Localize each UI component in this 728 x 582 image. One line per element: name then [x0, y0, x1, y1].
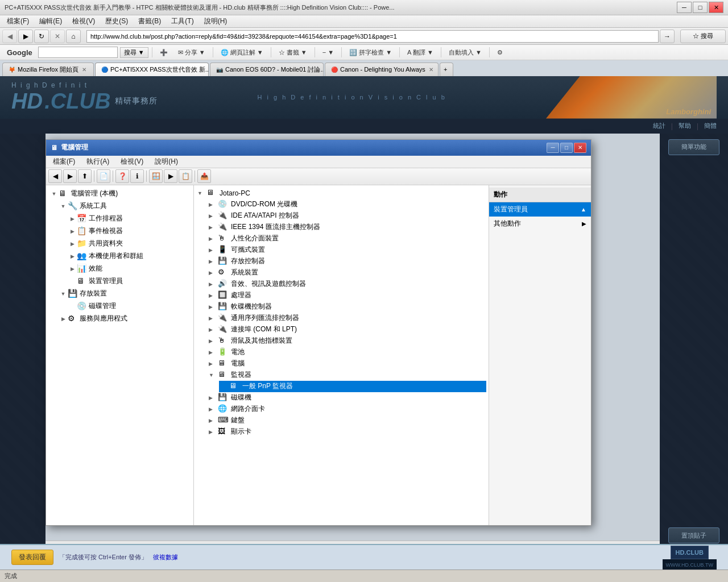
refresh-button[interactable]: ↻ — [34, 30, 49, 43]
perf-expand[interactable]: ▶ — [68, 264, 77, 273]
dev-dvd[interactable]: ▶ 💿 DVD/CD-ROM 光碟機 — [208, 199, 486, 210]
dev-ieee[interactable]: ▶ 🔌 IEEE 1394 匯流排主機控制器 — [208, 222, 486, 233]
simple-functions-btn[interactable]: 簡單功能 — [668, 139, 719, 155]
address-bar[interactable] — [86, 30, 659, 43]
tree-system-tools[interactable]: ▼ 🔧 系統工具 — [57, 200, 191, 213]
forward-button[interactable]: ▶ — [18, 30, 33, 43]
root-expand[interactable]: ▼ — [49, 189, 59, 198]
tree-event-viewer[interactable]: ▶ 📋 事件檢視器 — [67, 225, 191, 238]
dev-mgr-expand[interactable] — [68, 277, 77, 286]
ports-expand[interactable]: ▶ — [209, 327, 218, 332]
menu-bookmarks[interactable]: 書籤(B) — [134, 15, 166, 27]
cm-action-btn[interactable]: ▶ — [164, 169, 177, 183]
tree-task-scheduler[interactable]: ▶ 📅 工作排程器 — [67, 213, 191, 225]
dev-keyboard[interactable]: ▶ ⌨ 鍵盤 — [208, 415, 486, 426]
processor-expand[interactable]: ▶ — [209, 293, 218, 298]
toolbar-add[interactable]: ➕ — [156, 47, 172, 58]
copy-data-link[interactable]: 彼複數據 — [153, 553, 178, 562]
tab-canon-delighting[interactable]: 🔴 Canon - Delighting You Always ✕ — [325, 63, 439, 76]
dev-mouse[interactable]: ▶ 🖱 滑鼠及其他指標裝置 — [208, 335, 486, 347]
action-device-manager[interactable]: 裝置管理員 ▲ — [489, 202, 591, 217]
cm-info-btn[interactable]: ℹ — [130, 169, 144, 183]
menu-help[interactable]: 說明(H) — [200, 15, 232, 27]
dev-root-expand[interactable]: ▼ — [197, 190, 206, 196]
dev-portable[interactable]: ▶ 📱 可攜式裝置 — [208, 244, 486, 256]
tree-root-item[interactable]: ▼ 🖥 電腦管理 (本機) — [48, 188, 191, 200]
display-expand[interactable]: ▶ — [209, 429, 218, 435]
post-reply-button[interactable]: 發表回覆 — [11, 550, 53, 565]
monitor-expand[interactable]: ▼ — [209, 372, 218, 378]
dev-pnp-monitor[interactable]: 🖥 一般 PnP 監視器 — [219, 381, 486, 392]
maximize-button[interactable]: □ — [693, 2, 708, 13]
tree-storage[interactable]: ▼ 💾 存放裝置 — [57, 288, 191, 300]
cm-forward-btn[interactable]: ▶ — [63, 169, 77, 183]
event-expand[interactable]: ▶ — [68, 227, 77, 236]
usb-expand[interactable]: ▶ — [209, 315, 218, 321]
cm-up-btn[interactable]: ⬆ — [78, 169, 92, 183]
storage-expand[interactable]: ▼ — [59, 289, 68, 298]
dev-disk-drives[interactable]: ▶ 💾 磁碟機 — [208, 392, 486, 404]
cm-back-btn[interactable]: ◀ — [48, 169, 62, 183]
tab-new[interactable]: + — [440, 63, 453, 76]
google-search-btn[interactable]: 搜尋 ▼ — [120, 47, 148, 58]
dev-floppy[interactable]: ▶ 💾 軟碟機控制器 — [208, 301, 486, 313]
network-expand[interactable]: ▶ — [209, 406, 218, 412]
action-more-actions[interactable]: 其他動作 ▶ — [489, 217, 591, 231]
portable-expand[interactable]: ▶ — [209, 247, 218, 253]
menu-history[interactable]: 歷史(S) — [101, 15, 133, 27]
toolbar-autofill[interactable]: 自動填入 ▼ — [445, 47, 486, 59]
cm-close-btn[interactable]: ✕ — [574, 143, 586, 153]
dev-monitor[interactable]: ▼ 🖥 監視器 — [208, 369, 486, 381]
dev-processor[interactable]: ▶ 🔲 處理器 — [208, 290, 486, 301]
minimize-button[interactable]: ─ — [677, 2, 692, 13]
tab-firefox-home[interactable]: 🦊 Mozilla Firefox 開始頁 ✕ — [2, 63, 94, 76]
cm-new-window-btn[interactable]: 🪟 — [149, 169, 163, 183]
dev-audio[interactable]: ▶ 🔊 音效、視訊及遊戲控制器 — [208, 278, 486, 290]
tree-performance[interactable]: ▶ 📊 效能 — [67, 263, 191, 275]
tab-close-firefox[interactable]: ✕ — [81, 66, 88, 73]
tab-hd-club[interactable]: 🔵 PC+ATI5XXX PASS次世代音效 新... ✕ — [95, 63, 209, 76]
cm-maximize-btn[interactable]: □ — [560, 143, 573, 153]
cm-menu-action[interactable]: 執行(A) — [82, 156, 114, 168]
tab-close-canon[interactable]: ✕ — [428, 66, 435, 73]
dev-computer[interactable]: ▶ 🖥 電腦 — [208, 358, 486, 369]
dev-root[interactable]: ▼ 🖥 Jotaro-PC — [196, 188, 486, 199]
dev-system[interactable]: ▶ ⚙ 系統裝置 — [208, 267, 486, 278]
cm-menu-view[interactable]: 檢視(V) — [116, 156, 148, 168]
dev-usb[interactable]: ▶ 🔌 通用序列匯流排控制器 — [208, 313, 486, 324]
nav-stats[interactable]: 統計 — [653, 122, 665, 130]
sys-tools-expand[interactable]: ▼ — [59, 202, 68, 211]
menu-edit[interactable]: 編輯(E) — [35, 15, 67, 27]
menu-file[interactable]: 檔案(F) — [2, 15, 34, 27]
ide-expand[interactable]: ▶ — [209, 213, 218, 219]
toolbar-bookmarks[interactable]: ☆ 書籤 ▼ — [275, 47, 311, 59]
toolbar-translate[interactable]: A 翻譯 ▼ — [403, 47, 437, 59]
cm-show-hide-btn[interactable]: 📄 — [97, 169, 110, 183]
nav-simplified[interactable]: 簡體 — [704, 122, 717, 130]
toolbar-settings[interactable]: ⚙ — [493, 47, 507, 58]
storage-ctrl-expand[interactable]: ▶ — [209, 259, 218, 264]
dev-network[interactable]: ▶ 🌐 網路介面卡 — [208, 404, 486, 415]
dev-ide[interactable]: ▶ 🔌 IDE ATA/ATAPI 控制器 — [208, 210, 486, 222]
tree-disk-mgmt[interactable]: 💿 磁碟管理 — [67, 300, 191, 313]
stop-button[interactable]: ✕ — [50, 30, 65, 43]
close-button[interactable]: ✕ — [709, 2, 723, 13]
disk-expand[interactable] — [68, 302, 77, 311]
cm-menu-help[interactable]: 說明(H) — [150, 156, 183, 168]
cm-export-btn[interactable]: 📤 — [197, 169, 211, 183]
services-expand[interactable]: ▶ — [59, 314, 68, 323]
mouse-expand[interactable]: ▶ — [209, 338, 218, 344]
home-button[interactable]: ⌂ — [66, 30, 81, 43]
cm-properties-btn[interactable]: 📋 — [179, 169, 192, 183]
audio-expand[interactable]: ▶ — [209, 281, 218, 287]
toolbar-spellcheck[interactable]: 🔡 拼字檢查 ▼ — [345, 47, 396, 59]
menu-view[interactable]: 檢視(V) — [68, 15, 100, 27]
dev-hid[interactable]: ▶ 🖱 人性化介面裝置 — [208, 233, 486, 244]
tree-services[interactable]: ▶ ⚙ 服務與應用程式 — [57, 313, 191, 325]
back-button[interactable]: ◀ — [2, 30, 17, 43]
dev-battery[interactable]: ▶ 🔋 電池 — [208, 347, 486, 358]
keyboard-expand[interactable]: ▶ — [209, 418, 218, 423]
toolbar-share[interactable]: ✉ 分享 ▼ — [174, 47, 209, 59]
tree-device-manager[interactable]: 🖥 裝置管理員 — [67, 275, 191, 288]
computer-expand[interactable]: ▶ — [209, 361, 218, 367]
